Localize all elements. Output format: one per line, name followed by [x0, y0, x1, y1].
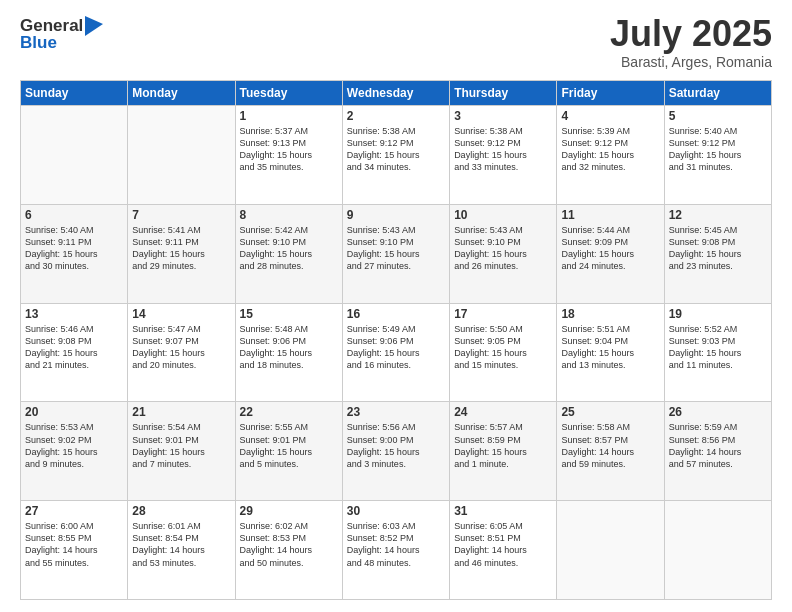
table-row: 14Sunrise: 5:47 AM Sunset: 9:07 PM Dayli…: [128, 303, 235, 402]
day-number: 17: [454, 307, 552, 321]
table-row: 8Sunrise: 5:42 AM Sunset: 9:10 PM Daylig…: [235, 204, 342, 303]
table-row: [128, 106, 235, 205]
day-number: 4: [561, 109, 659, 123]
day-number: 21: [132, 405, 230, 419]
table-row: 20Sunrise: 5:53 AM Sunset: 9:02 PM Dayli…: [21, 402, 128, 501]
table-row: 31Sunrise: 6:05 AM Sunset: 8:51 PM Dayli…: [450, 501, 557, 600]
day-detail: Sunrise: 5:48 AM Sunset: 9:06 PM Dayligh…: [240, 323, 338, 372]
day-detail: Sunrise: 5:54 AM Sunset: 9:01 PM Dayligh…: [132, 421, 230, 470]
day-number: 1: [240, 109, 338, 123]
calendar-title: July 2025: [610, 16, 772, 52]
day-detail: Sunrise: 5:59 AM Sunset: 8:56 PM Dayligh…: [669, 421, 767, 470]
logo-icon: [85, 16, 103, 36]
day-number: 23: [347, 405, 445, 419]
day-number: 12: [669, 208, 767, 222]
day-number: 31: [454, 504, 552, 518]
table-row: 25Sunrise: 5:58 AM Sunset: 8:57 PM Dayli…: [557, 402, 664, 501]
day-number: 13: [25, 307, 123, 321]
svg-marker-0: [85, 16, 103, 36]
day-detail: Sunrise: 5:44 AM Sunset: 9:09 PM Dayligh…: [561, 224, 659, 273]
table-row: 22Sunrise: 5:55 AM Sunset: 9:01 PM Dayli…: [235, 402, 342, 501]
day-detail: Sunrise: 5:58 AM Sunset: 8:57 PM Dayligh…: [561, 421, 659, 470]
day-detail: Sunrise: 6:01 AM Sunset: 8:54 PM Dayligh…: [132, 520, 230, 569]
logo-blue-text: Blue: [20, 33, 103, 53]
day-detail: Sunrise: 5:40 AM Sunset: 9:12 PM Dayligh…: [669, 125, 767, 174]
day-number: 10: [454, 208, 552, 222]
table-row: 4Sunrise: 5:39 AM Sunset: 9:12 PM Daylig…: [557, 106, 664, 205]
day-number: 27: [25, 504, 123, 518]
table-row: 11Sunrise: 5:44 AM Sunset: 9:09 PM Dayli…: [557, 204, 664, 303]
title-block: July 2025 Barasti, Arges, Romania: [610, 16, 772, 70]
table-row: 28Sunrise: 6:01 AM Sunset: 8:54 PM Dayli…: [128, 501, 235, 600]
day-number: 6: [25, 208, 123, 222]
day-number: 11: [561, 208, 659, 222]
day-detail: Sunrise: 5:51 AM Sunset: 9:04 PM Dayligh…: [561, 323, 659, 372]
calendar-header-row: Sunday Monday Tuesday Wednesday Thursday…: [21, 81, 772, 106]
day-detail: Sunrise: 5:56 AM Sunset: 9:00 PM Dayligh…: [347, 421, 445, 470]
header-wednesday: Wednesday: [342, 81, 449, 106]
table-row: 19Sunrise: 5:52 AM Sunset: 9:03 PM Dayli…: [664, 303, 771, 402]
day-detail: Sunrise: 5:39 AM Sunset: 9:12 PM Dayligh…: [561, 125, 659, 174]
day-number: 15: [240, 307, 338, 321]
header-tuesday: Tuesday: [235, 81, 342, 106]
day-detail: Sunrise: 5:50 AM Sunset: 9:05 PM Dayligh…: [454, 323, 552, 372]
day-detail: Sunrise: 5:41 AM Sunset: 9:11 PM Dayligh…: [132, 224, 230, 273]
header-friday: Friday: [557, 81, 664, 106]
day-detail: Sunrise: 5:45 AM Sunset: 9:08 PM Dayligh…: [669, 224, 767, 273]
table-row: 6Sunrise: 5:40 AM Sunset: 9:11 PM Daylig…: [21, 204, 128, 303]
table-row: 1Sunrise: 5:37 AM Sunset: 9:13 PM Daylig…: [235, 106, 342, 205]
header: General Blue July 2025 Barasti, Arges, R…: [20, 16, 772, 70]
calendar-table: Sunday Monday Tuesday Wednesday Thursday…: [20, 80, 772, 600]
calendar-week-row: 1Sunrise: 5:37 AM Sunset: 9:13 PM Daylig…: [21, 106, 772, 205]
table-row: 5Sunrise: 5:40 AM Sunset: 9:12 PM Daylig…: [664, 106, 771, 205]
day-detail: Sunrise: 5:47 AM Sunset: 9:07 PM Dayligh…: [132, 323, 230, 372]
header-saturday: Saturday: [664, 81, 771, 106]
day-number: 20: [25, 405, 123, 419]
table-row: 16Sunrise: 5:49 AM Sunset: 9:06 PM Dayli…: [342, 303, 449, 402]
day-number: 14: [132, 307, 230, 321]
day-number: 9: [347, 208, 445, 222]
day-detail: Sunrise: 5:49 AM Sunset: 9:06 PM Dayligh…: [347, 323, 445, 372]
page: General Blue July 2025 Barasti, Arges, R…: [0, 0, 792, 612]
table-row: 27Sunrise: 6:00 AM Sunset: 8:55 PM Dayli…: [21, 501, 128, 600]
day-detail: Sunrise: 5:40 AM Sunset: 9:11 PM Dayligh…: [25, 224, 123, 273]
calendar-week-row: 13Sunrise: 5:46 AM Sunset: 9:08 PM Dayli…: [21, 303, 772, 402]
day-detail: Sunrise: 5:52 AM Sunset: 9:03 PM Dayligh…: [669, 323, 767, 372]
table-row: 2Sunrise: 5:38 AM Sunset: 9:12 PM Daylig…: [342, 106, 449, 205]
table-row: 3Sunrise: 5:38 AM Sunset: 9:12 PM Daylig…: [450, 106, 557, 205]
day-number: 25: [561, 405, 659, 419]
day-number: 2: [347, 109, 445, 123]
table-row: 23Sunrise: 5:56 AM Sunset: 9:00 PM Dayli…: [342, 402, 449, 501]
day-number: 16: [347, 307, 445, 321]
day-detail: Sunrise: 5:42 AM Sunset: 9:10 PM Dayligh…: [240, 224, 338, 273]
day-number: 29: [240, 504, 338, 518]
table-row: 12Sunrise: 5:45 AM Sunset: 9:08 PM Dayli…: [664, 204, 771, 303]
table-row: 10Sunrise: 5:43 AM Sunset: 9:10 PM Dayli…: [450, 204, 557, 303]
table-row: 9Sunrise: 5:43 AM Sunset: 9:10 PM Daylig…: [342, 204, 449, 303]
table-row: 15Sunrise: 5:48 AM Sunset: 9:06 PM Dayli…: [235, 303, 342, 402]
day-number: 22: [240, 405, 338, 419]
day-number: 5: [669, 109, 767, 123]
day-detail: Sunrise: 5:57 AM Sunset: 8:59 PM Dayligh…: [454, 421, 552, 470]
header-monday: Monday: [128, 81, 235, 106]
header-sunday: Sunday: [21, 81, 128, 106]
day-number: 18: [561, 307, 659, 321]
day-detail: Sunrise: 6:02 AM Sunset: 8:53 PM Dayligh…: [240, 520, 338, 569]
calendar-week-row: 20Sunrise: 5:53 AM Sunset: 9:02 PM Dayli…: [21, 402, 772, 501]
table-row: 30Sunrise: 6:03 AM Sunset: 8:52 PM Dayli…: [342, 501, 449, 600]
calendar-location: Barasti, Arges, Romania: [610, 54, 772, 70]
day-detail: Sunrise: 5:53 AM Sunset: 9:02 PM Dayligh…: [25, 421, 123, 470]
table-row: 26Sunrise: 5:59 AM Sunset: 8:56 PM Dayli…: [664, 402, 771, 501]
table-row: 18Sunrise: 5:51 AM Sunset: 9:04 PM Dayli…: [557, 303, 664, 402]
table-row: 13Sunrise: 5:46 AM Sunset: 9:08 PM Dayli…: [21, 303, 128, 402]
table-row: 7Sunrise: 5:41 AM Sunset: 9:11 PM Daylig…: [128, 204, 235, 303]
day-detail: Sunrise: 6:00 AM Sunset: 8:55 PM Dayligh…: [25, 520, 123, 569]
day-detail: Sunrise: 5:55 AM Sunset: 9:01 PM Dayligh…: [240, 421, 338, 470]
calendar-week-row: 27Sunrise: 6:00 AM Sunset: 8:55 PM Dayli…: [21, 501, 772, 600]
day-detail: Sunrise: 5:37 AM Sunset: 9:13 PM Dayligh…: [240, 125, 338, 174]
table-row: 17Sunrise: 5:50 AM Sunset: 9:05 PM Dayli…: [450, 303, 557, 402]
logo: General Blue: [20, 16, 103, 53]
day-number: 28: [132, 504, 230, 518]
day-detail: Sunrise: 5:43 AM Sunset: 9:10 PM Dayligh…: [347, 224, 445, 273]
header-thursday: Thursday: [450, 81, 557, 106]
